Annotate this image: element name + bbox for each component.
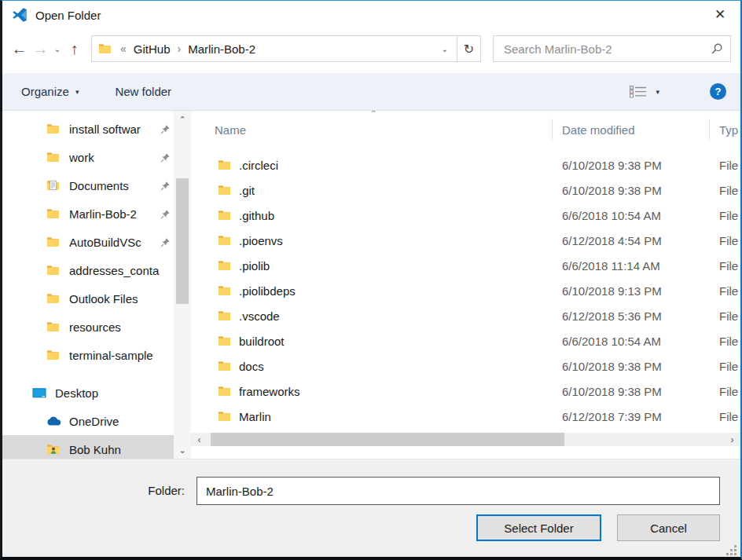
sidebar-item-install-softwar[interactable]: install softwar: [2, 115, 191, 143]
file-date-modified: 6/6/2018 10:54 AM: [553, 335, 710, 348]
file-date-modified: 6/10/2018 9:38 PM: [553, 385, 710, 398]
column-header-name[interactable]: Name: [191, 123, 553, 137]
change-view-button[interactable]: ▾: [629, 85, 659, 98]
column-divider[interactable]: [552, 119, 553, 141]
back-button[interactable]: ←: [9, 40, 30, 58]
sidebar-item-marlin-bob-2[interactable]: Marlin-Bob-2: [2, 199, 191, 228]
folder-icon: [46, 208, 62, 219]
search-box: [493, 35, 731, 62]
organize-caret-icon: ▾: [75, 88, 79, 96]
sidebar-item-resources[interactable]: resources: [2, 313, 191, 341]
sidebar-item-desktop[interactable]: Desktop: [2, 379, 191, 407]
search-input[interactable]: [502, 42, 706, 57]
file-row-vscode[interactable]: .vscode 6/12/2018 5:36 PM File: [191, 303, 740, 328]
folder-icon: [46, 321, 62, 332]
file-row-circleci[interactable]: .circleci 6/10/2018 9:38 PM File: [191, 152, 740, 178]
folder-icon: [218, 235, 231, 246]
up-button[interactable]: ↑: [64, 40, 85, 58]
file-row-git[interactable]: .git 6/10/2018 9:38 PM File: [191, 178, 740, 203]
file-row-frameworks[interactable]: frameworks 6/10/2018 9:38 PM File: [191, 379, 740, 404]
select-folder-button[interactable]: Select Folder: [476, 514, 601, 541]
navigation-bar: ← → ⌄ ↑ « GitHub › Marlin-Bob-2 ⌄ ↻: [2, 29, 740, 73]
file-name: .circleci: [239, 159, 278, 172]
scroll-down-icon[interactable]: ⌄: [174, 443, 191, 457]
cancel-button[interactable]: Cancel: [617, 514, 720, 541]
file-date-modified: 6/12/2018 4:54 PM: [553, 234, 710, 247]
sidebar-items: install softwar work: [2, 111, 191, 459]
organize-button[interactable]: Organize ▾: [21, 85, 79, 98]
address-dropdown-icon[interactable]: ⌄: [433, 36, 457, 61]
address-bar[interactable]: « GitHub › Marlin-Bob-2 ⌄: [91, 35, 457, 62]
file-date-modified: 6/10/2018 9:38 PM: [553, 159, 710, 172]
file-row-github[interactable]: .github 6/6/2018 10:54 AM File: [191, 203, 740, 228]
sidebar-item-autobuildvsc[interactable]: AutoBuildVSc: [2, 228, 191, 256]
column-header-type[interactable]: Typ: [710, 123, 740, 137]
horizontal-scrollbar[interactable]: ‹ ›: [191, 433, 740, 446]
file-type: File: [710, 309, 740, 323]
sidebar-item-work[interactable]: work: [2, 143, 191, 171]
file-name: .vscode: [239, 309, 280, 323]
breadcrumb-marlin-bob-2[interactable]: Marlin-Bob-2: [186, 42, 257, 56]
scroll-up-icon[interactable]: ⌃: [174, 112, 191, 126]
file-type: File: [710, 410, 740, 423]
file-type: File: [710, 209, 740, 222]
folder-name-input[interactable]: [197, 477, 720, 505]
folder-icon: [218, 361, 231, 372]
resize-grip-icon[interactable]: [726, 545, 737, 556]
dialog-footer: Folder: Select Folder Cancel: [2, 459, 740, 558]
file-name: .piolib: [239, 259, 270, 273]
forward-button[interactable]: →: [30, 40, 51, 58]
column-header-date-modified[interactable]: Date modified: [553, 123, 710, 137]
sidebar-scrollbar[interactable]: ⌃ ⌄: [174, 111, 191, 459]
folder-icon: [218, 335, 231, 346]
pin-icon: [160, 209, 171, 219]
file-name: .pioenvs: [239, 234, 283, 247]
horizontal-scrollbar-thumb[interactable]: [211, 433, 564, 446]
sidebar-item-outlook-files[interactable]: Outlook Files: [2, 284, 191, 313]
scroll-right-icon[interactable]: ›: [725, 433, 739, 446]
file-date-modified: 6/12/2018 7:39 PM: [553, 410, 710, 423]
file-date-modified: 6/10/2018 9:13 PM: [553, 284, 710, 298]
file-row-pioenvs[interactable]: .pioenvs 6/12/2018 4:54 PM File: [191, 228, 740, 253]
file-type: File: [710, 335, 740, 348]
sidebar-scrollbar-thumb[interactable]: [176, 178, 189, 304]
sidebar-item-label: resources: [69, 320, 171, 334]
file-date-modified: 6/12/2018 5:36 PM: [553, 309, 710, 323]
sidebar-item-label: Documents: [69, 179, 153, 192]
file-row-piolibdeps[interactable]: .piolibdeps 6/10/2018 9:13 PM File: [191, 278, 740, 303]
sidebar-item-onedrive[interactable]: OneDrive: [2, 407, 191, 435]
file-date-modified: 6/6/2018 11:14 AM: [553, 259, 710, 273]
recent-locations-dropdown-icon[interactable]: ⌄: [51, 45, 64, 53]
desktop-icon: [32, 387, 48, 399]
file-row-buildroot[interactable]: buildroot 6/6/2018 10:54 AM File: [191, 328, 740, 353]
file-row-marlin[interactable]: Marlin 6/12/2018 7:39 PM File: [191, 404, 740, 429]
column-divider[interactable]: [709, 119, 710, 141]
address-folder-icon: [98, 43, 112, 54]
refresh-button[interactable]: ↻: [457, 35, 481, 62]
scroll-left-icon[interactable]: ‹: [193, 433, 206, 446]
file-type: File: [710, 385, 740, 398]
folder-icon: [46, 265, 62, 276]
sidebar-item-addresses-conta[interactable]: addresses_conta: [2, 256, 191, 284]
help-button[interactable]: ?: [710, 83, 726, 100]
breadcrumb-separator-icon[interactable]: ›: [171, 42, 186, 55]
title-bar: Open Folder ✕: [2, 1, 740, 29]
file-row-piolib[interactable]: .piolib 6/6/2018 11:14 AM File: [191, 253, 740, 278]
file-type: File: [710, 159, 740, 172]
breadcrumb-github[interactable]: GitHub: [132, 42, 172, 56]
file-name: docs: [239, 360, 264, 373]
sidebar-item-bob-kuhn[interactable]: Bob Kuhn: [2, 435, 191, 459]
vscode-logo-icon: [11, 6, 28, 24]
user-folder-icon: [46, 444, 62, 455]
search-icon[interactable]: [711, 42, 723, 55]
file-type: File: [710, 234, 740, 247]
sidebar-item-terminal-sample[interactable]: terminal-sample: [2, 341, 191, 369]
folder-icon: [218, 411, 231, 422]
new-folder-button[interactable]: New folder: [115, 85, 171, 98]
file-row-docs[interactable]: docs 6/10/2018 9:38 PM File: [191, 353, 740, 379]
column-headers: Name Date modified Typ: [191, 113, 740, 146]
breadcrumb-overflow-icon[interactable]: «: [115, 42, 132, 55]
sidebar-item-documents[interactable]: Documents: [2, 171, 191, 199]
close-button[interactable]: ✕: [706, 2, 734, 26]
pin-icon: [160, 181, 171, 191]
